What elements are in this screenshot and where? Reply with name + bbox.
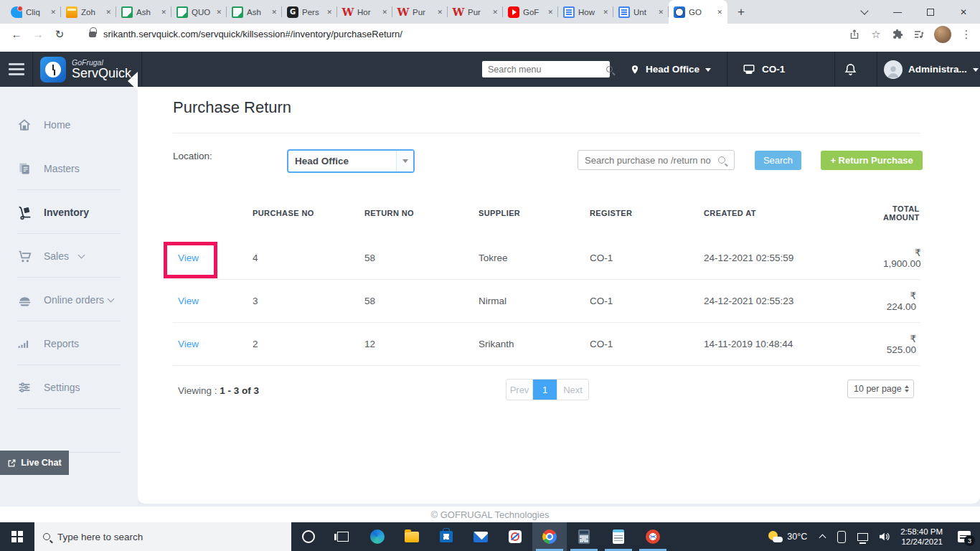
search-icon (43, 533, 50, 540)
edge-button[interactable] (360, 522, 395, 551)
reload-icon[interactable]: ↻ (49, 28, 70, 41)
page-top-margin (0, 44, 980, 52)
volume-icon[interactable] (873, 522, 895, 551)
notepad-button[interactable] (601, 522, 636, 551)
minimize-button[interactable]: — (881, 0, 914, 24)
browser-profile-avatar[interactable] (934, 26, 951, 43)
sidebar-item-home[interactable]: Home (0, 109, 138, 141)
browser-tab[interactable]: Cliq ✕ (6, 0, 61, 24)
tab-close-icon[interactable]: ✕ (271, 9, 277, 16)
search-button[interactable]: Search (755, 151, 801, 170)
user-menu[interactable]: Administra... (884, 52, 979, 87)
weather-widget[interactable]: 30°C (763, 522, 813, 551)
start-button[interactable] (0, 522, 34, 551)
sidebar-item-settings[interactable]: Settings (0, 372, 138, 403)
sidebar-item-masters[interactable]: Masters (0, 153, 138, 184)
location-dropdown[interactable]: Head Office (287, 149, 415, 173)
view-link[interactable]: View (173, 296, 248, 306)
spinner-icon (905, 385, 909, 392)
close-button[interactable]: ✕ (947, 0, 980, 24)
tab-close-icon[interactable]: ✕ (717, 9, 722, 16)
forward-icon[interactable]: → (27, 28, 49, 40)
task-view-icon (337, 532, 349, 542)
browser-tab[interactable]: GO ✕ (669, 0, 727, 24)
mail-button[interactable] (463, 522, 498, 551)
browser-tab[interactable]: Ash ✕ (227, 0, 282, 24)
tab-close-icon[interactable]: ✕ (437, 9, 443, 16)
return-purchase-button[interactable]: + Return Purchase (821, 151, 923, 170)
new-tab-button[interactable]: + (732, 3, 750, 22)
maximize-button[interactable] (914, 0, 947, 24)
live-chat-button[interactable]: Live Chat (0, 451, 69, 475)
lock-icon[interactable] (89, 32, 96, 37)
file-explorer-button[interactable] (395, 522, 429, 551)
sidebar-item-reports[interactable]: Reports (0, 328, 138, 359)
purchase-search-input[interactable] (578, 155, 718, 166)
notifications-button[interactable] (844, 52, 857, 87)
store-bag-icon (440, 531, 453, 542)
tab-close-icon[interactable]: ✕ (603, 9, 608, 16)
tab-close-icon[interactable]: ✕ (326, 9, 332, 16)
taskbar-search[interactable]: Type here to search (34, 522, 291, 551)
sidebar-item-sales[interactable]: Sales (0, 240, 138, 272)
media-controls-icon[interactable] (913, 28, 925, 41)
clock-widget[interactable]: 2:58:40 PM 12/24/2021 (895, 527, 948, 547)
notepad-icon (613, 529, 624, 544)
browser-tab[interactable]: GoF ✕ (503, 0, 558, 24)
sidebar-item-online-orders[interactable]: Online orders (0, 284, 138, 316)
cortana-button[interactable] (291, 522, 326, 551)
extensions-puzzle-icon[interactable] (891, 28, 904, 41)
tab-close-icon[interactable]: ✕ (492, 9, 498, 16)
browser-tab[interactable]: Ash ✕ (116, 0, 171, 24)
browser-menu-icon[interactable]: ⋮ (960, 28, 973, 41)
tab-close-icon[interactable]: ✕ (216, 9, 222, 16)
sidebar-item-inventory[interactable]: Inventory (0, 197, 138, 228)
purchase-search-box (578, 150, 735, 170)
browser-tab[interactable]: Hor ✕ (337, 0, 392, 24)
next-page-button[interactable]: Next (557, 380, 588, 400)
sheet-favicon (232, 6, 243, 18)
tray-overflow-chevron[interactable] (813, 522, 831, 551)
w-favicon (453, 6, 464, 18)
browser-tab[interactable]: QUO ✕ (171, 0, 227, 24)
share-icon[interactable] (848, 28, 861, 41)
menu-search-input[interactable] (482, 65, 606, 75)
location-selector[interactable]: Head Office (630, 52, 711, 87)
g-favicon (287, 6, 298, 18)
chrome-button[interactable] (532, 522, 567, 551)
tab-search-chevron-icon[interactable] (848, 0, 881, 24)
page-title: Purchase Return (173, 98, 291, 117)
microsoft-store-button[interactable] (429, 522, 463, 551)
snipping-tool-button[interactable]: ✂ (636, 522, 670, 551)
snip-sketch-button[interactable] (498, 522, 532, 551)
browser-tab[interactable]: Pur ✕ (392, 0, 448, 24)
browser-tab[interactable]: Zoh ✕ (61, 0, 116, 24)
tab-close-icon[interactable]: ✕ (50, 9, 56, 16)
tab-close-icon[interactable]: ✕ (105, 9, 111, 16)
view-link[interactable]: View (173, 339, 248, 349)
hamburger-menu-icon[interactable] (0, 52, 33, 87)
action-center-button[interactable]: 3 (948, 522, 980, 551)
browser-tab[interactable]: Pur ✕ (448, 0, 503, 24)
prev-page-button[interactable]: Prev (507, 380, 533, 400)
current-page-button[interactable]: 1 (533, 380, 557, 400)
network-icon[interactable] (852, 522, 873, 551)
product-name: ServQuick (72, 67, 131, 80)
search-icon (718, 156, 725, 164)
back-icon[interactable]: ← (6, 28, 27, 40)
tablet-mode-icon[interactable] (831, 522, 852, 551)
register-selector[interactable]: CO-1 (742, 52, 785, 87)
tab-close-icon[interactable]: ✕ (161, 9, 166, 16)
browser-tab[interactable]: How ✕ (558, 0, 613, 24)
per-page-select[interactable]: 10 per page (847, 380, 914, 398)
tab-close-icon[interactable]: ✕ (382, 9, 387, 16)
bookmark-star-icon[interactable]: ☆ (870, 28, 882, 41)
tab-close-icon[interactable]: ✕ (658, 9, 664, 16)
tab-close-icon[interactable]: ✕ (547, 9, 553, 16)
task-view-button[interactable] (326, 522, 360, 551)
browser-tab[interactable]: Unt ✕ (613, 0, 669, 24)
browser-tab[interactable]: Pers ✕ (282, 0, 337, 24)
address-bar[interactable]: srikanth.servquick.com/servquick/killses… (103, 29, 402, 39)
calculator-button[interactable] (567, 522, 601, 551)
app-logo[interactable]: GoFrugal ServQuick (33, 52, 142, 87)
